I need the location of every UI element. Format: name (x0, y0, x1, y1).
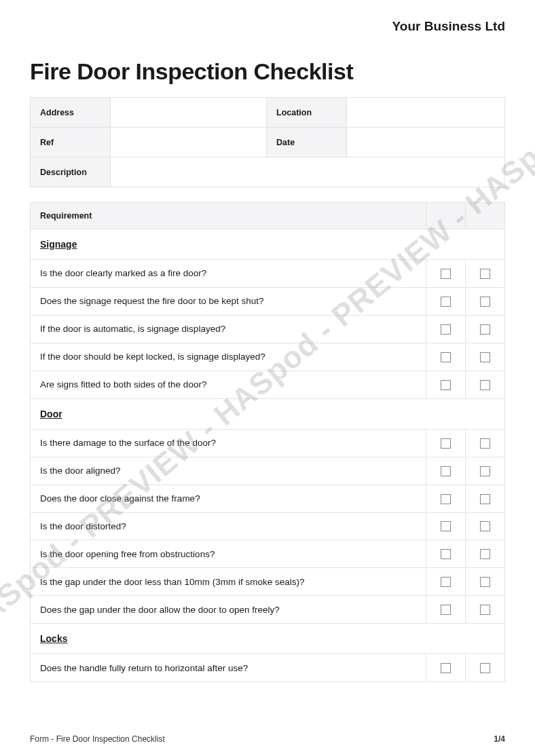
company-name: Your Business Ltd (30, 19, 505, 34)
requirement-text: Is there damage to the surface of the do… (31, 429, 426, 457)
checkbox[interactable] (480, 438, 490, 449)
checkbox[interactable] (480, 466, 490, 476)
checkbox[interactable] (441, 577, 451, 587)
footer-page-number: 1/4 (494, 734, 505, 744)
checkbox[interactable] (480, 297, 490, 307)
table-row: If the door should be kept locked, is si… (31, 343, 505, 371)
address-value[interactable] (111, 98, 267, 128)
checkbox[interactable] (441, 466, 451, 476)
requirement-text: Does the door close against the frame? (31, 485, 426, 512)
requirement-text: Is the door aligned? (31, 457, 426, 485)
meta-table: Address Location Ref Date Description (30, 97, 505, 187)
description-label: Description (31, 157, 111, 187)
location-value[interactable] (347, 98, 505, 128)
checkbox[interactable] (480, 352, 490, 362)
requirement-text: Is the gap under the door less than 10mm… (31, 568, 426, 596)
table-row: Is the door clearly marked as a fire doo… (31, 260, 505, 288)
ref-label: Ref (31, 128, 111, 157)
checklist-table: Requirement Signage Is the door clearly … (30, 202, 505, 682)
requirement-text: Does the handle fully return to horizont… (31, 654, 426, 682)
checkbox[interactable] (441, 297, 451, 307)
date-value[interactable] (347, 128, 505, 157)
table-row: Is there damage to the surface of the do… (31, 429, 505, 457)
checkbox[interactable] (441, 269, 451, 279)
checkbox[interactable] (441, 494, 451, 504)
checkbox[interactable] (441, 352, 451, 362)
checkbox[interactable] (441, 549, 451, 559)
table-row: Does the gap under the door allow the do… (31, 596, 505, 624)
location-label: Location (267, 98, 347, 128)
footer-form-name: Form - Fire Door Inspection Checklist (30, 734, 165, 744)
requirement-text: Are signs fitted to both sides of the do… (31, 371, 426, 398)
checkbox[interactable] (480, 605, 490, 615)
checkbox[interactable] (480, 521, 490, 531)
col2-header (466, 203, 505, 229)
checkbox[interactable] (441, 380, 451, 390)
checkbox[interactable] (441, 521, 451, 531)
table-row: Does the handle fully return to horizont… (31, 654, 505, 682)
table-row: Does the door close against the frame? (31, 485, 505, 512)
page-title: Fire Door Inspection Checklist (30, 58, 505, 85)
requirement-text: If the door is automatic, is signage dis… (31, 315, 426, 343)
checkbox[interactable] (480, 663, 490, 673)
checkbox[interactable] (441, 605, 451, 615)
requirement-header: Requirement (31, 203, 426, 229)
requirement-text: If the door should be kept locked, is si… (31, 343, 426, 371)
table-row: Does the signage request the fire door t… (31, 287, 505, 315)
section-signage: Signage (31, 229, 505, 260)
requirement-text: Is the door clearly marked as a fire doo… (31, 260, 426, 288)
checkbox[interactable] (441, 324, 451, 335)
table-row: Are signs fitted to both sides of the do… (31, 371, 505, 398)
description-value[interactable] (111, 157, 505, 187)
checkbox[interactable] (480, 269, 490, 279)
table-row: If the door is automatic, is signage dis… (31, 315, 505, 343)
ref-value[interactable] (111, 128, 267, 157)
checkbox[interactable] (480, 494, 490, 504)
table-row: Is the door distorted? (31, 512, 505, 540)
requirement-text: Is the door opening free from obstructio… (31, 540, 426, 568)
requirement-text: Does the signage request the fire door t… (31, 287, 426, 315)
requirement-text: Is the door distorted? (31, 512, 426, 540)
col1-header (426, 203, 466, 229)
date-label: Date (267, 128, 347, 157)
requirement-text: Does the gap under the door allow the do… (31, 596, 426, 624)
checkbox[interactable] (441, 663, 451, 673)
table-row: Is the gap under the door less than 10mm… (31, 568, 505, 596)
checkbox[interactable] (480, 577, 490, 587)
table-row: Is the door opening free from obstructio… (31, 540, 505, 568)
checkbox[interactable] (480, 380, 490, 390)
section-door: Door (31, 398, 505, 429)
checkbox[interactable] (441, 438, 451, 449)
address-label: Address (31, 98, 111, 128)
checkbox[interactable] (480, 324, 490, 335)
section-locks: Locks (31, 624, 505, 654)
table-row: Is the door aligned? (31, 457, 505, 485)
checkbox[interactable] (480, 549, 490, 559)
